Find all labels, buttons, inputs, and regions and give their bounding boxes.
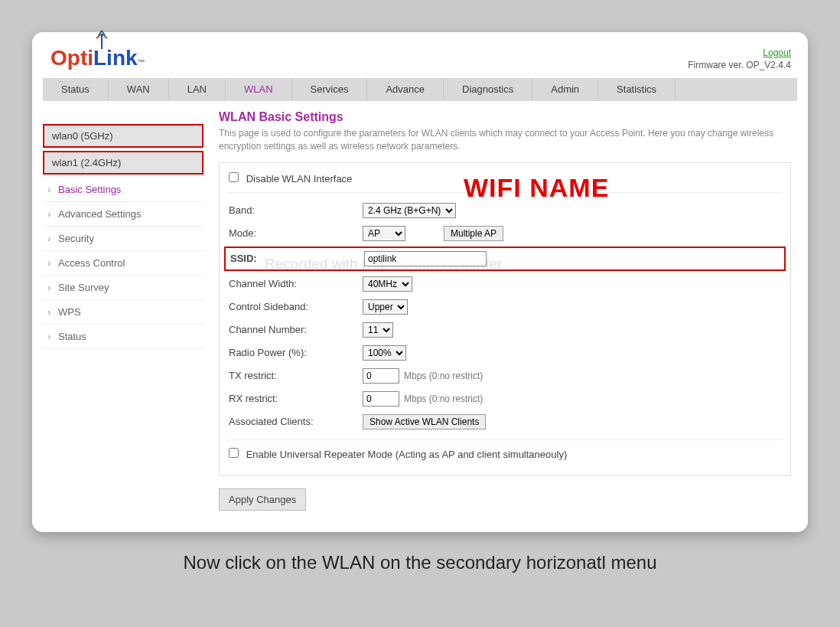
apply-changes-button[interactable]: Apply Changes <box>219 488 306 511</box>
top-nav: Status WAN LAN WLAN Services Advance Dia… <box>43 78 797 101</box>
sidebar-item-access[interactable]: Access Control <box>43 251 203 276</box>
sidebar: wlan0 (5GHz) wlan1 (2.4GHz) Basic Settin… <box>43 110 203 511</box>
tab-statistics[interactable]: Statistics <box>598 78 676 101</box>
repeater-label: Enable Universal Repeater Mode (Acting a… <box>246 449 568 460</box>
sidebar-item-advanced[interactable]: Advanced Settings <box>43 202 203 227</box>
mode-select[interactable]: AP <box>363 226 405 241</box>
optilink-logo: OptiLink™ <box>50 46 145 70</box>
control-sideband-label: Control Sideband: <box>229 301 363 312</box>
tab-wlan[interactable]: WLAN <box>226 78 292 101</box>
page-description: This page is used to configure the param… <box>219 127 791 153</box>
tab-admin[interactable]: Admin <box>532 78 598 101</box>
disable-wlan-checkbox[interactable] <box>229 172 239 182</box>
assoc-clients-label: Associated Clients: <box>229 416 363 427</box>
tx-restrict-input[interactable] <box>363 368 399 384</box>
rx-restrict-label: RX restrict: <box>229 393 363 404</box>
tx-hint: Mbps (0:no restrict) <box>404 371 483 381</box>
sidebar-item-survey[interactable]: Site Survey <box>43 276 203 300</box>
control-sideband-select[interactable]: Upper <box>363 299 408 315</box>
tab-diagnostics[interactable]: Diagnostics <box>444 78 532 101</box>
page-title: WLAN Basic Settings <box>219 110 791 124</box>
header-right: Logout Firmware ver. OP_V2.4.4 <box>688 47 791 70</box>
tab-lan[interactable]: LAN <box>169 78 226 101</box>
settings-box: Disable WLAN Interface Band: 2.4 GHz (B+… <box>219 162 791 476</box>
mode-label: Mode: <box>229 227 363 239</box>
sidebar-tab-wlan1[interactable]: wlan1 (2.4GHz) <box>43 151 203 175</box>
tab-wan[interactable]: WAN <box>109 78 169 101</box>
ssid-input[interactable] <box>364 251 487 266</box>
tab-advance[interactable]: Advance <box>367 78 444 101</box>
radio-power-label: Radio Power (%): <box>229 347 363 358</box>
multiple-ap-button[interactable]: Multiple AP <box>444 226 503 241</box>
channel-width-select[interactable]: 40MHz <box>363 276 412 292</box>
tab-services[interactable]: Services <box>292 78 368 101</box>
channel-width-label: Channel Width: <box>229 278 363 289</box>
tab-status[interactable]: Status <box>43 78 109 101</box>
sidebar-item-security[interactable]: Security <box>43 227 203 251</box>
sidebar-item-wps[interactable]: WPS <box>43 300 203 325</box>
sidebar-item-basic[interactable]: Basic Settings <box>43 178 203 202</box>
main-panel: WLAN Basic Settings This page is used to… <box>219 110 797 511</box>
sidebar-item-status[interactable]: Status <box>43 325 203 349</box>
logout-link[interactable]: Logout <box>688 47 791 58</box>
logo-icon <box>92 29 112 51</box>
disable-wlan-label: Disable WLAN Interface <box>246 173 353 185</box>
channel-number-select[interactable]: 11 <box>363 322 393 338</box>
header: OptiLink™ Logout Firmware ver. OP_V2.4.4 <box>43 41 797 78</box>
rx-restrict-input[interactable] <box>363 391 399 407</box>
band-select[interactable]: 2.4 GHz (B+G+N) <box>363 203 456 218</box>
ssid-label: SSID: <box>230 253 364 264</box>
show-active-clients-button[interactable]: Show Active WLAN Clients <box>363 414 486 429</box>
tx-restrict-label: TX restrict: <box>229 370 363 381</box>
channel-number-label: Channel Number: <box>229 324 363 335</box>
radio-power-select[interactable]: 100% <box>363 345 406 361</box>
rx-hint: Mbps (0:no restrict) <box>404 394 483 404</box>
repeater-checkbox[interactable] <box>229 448 239 458</box>
router-admin-page: OptiLink™ Logout Firmware ver. OP_V2.4.4… <box>32 32 808 532</box>
firmware-version: Firmware ver. OP_V2.4.4 <box>688 60 791 70</box>
band-label: Band: <box>229 204 363 216</box>
sidebar-tab-wlan0[interactable]: wlan0 (5GHz) <box>43 124 203 148</box>
instruction-caption: Now click on the WLAN on the secondary h… <box>32 552 808 573</box>
